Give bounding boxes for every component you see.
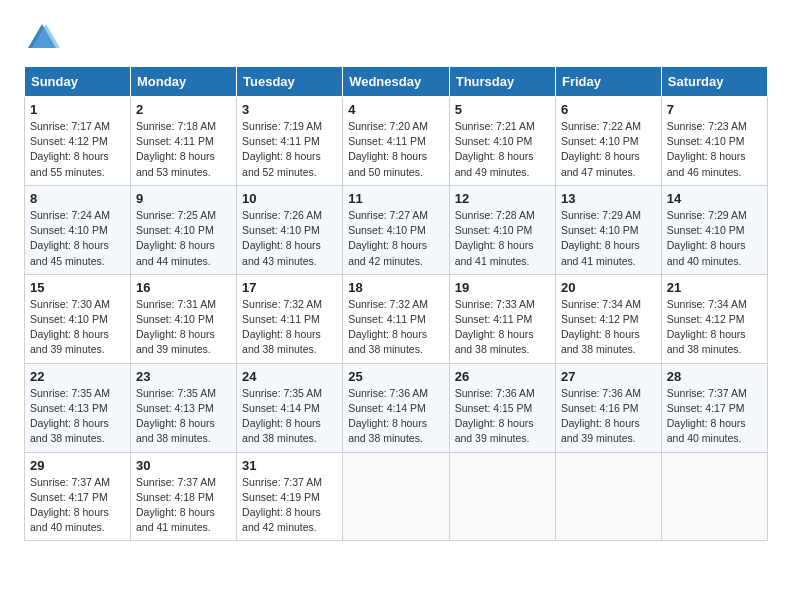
day-number: 25 [348,369,444,384]
day-cell: 21 Sunrise: 7:34 AM Sunset: 4:12 PM Dayl… [661,274,767,363]
day-cell: 24 Sunrise: 7:35 AM Sunset: 4:14 PM Dayl… [237,363,343,452]
day-info: Sunrise: 7:34 AM Sunset: 4:12 PM Dayligh… [561,297,656,358]
day-cell: 17 Sunrise: 7:32 AM Sunset: 4:11 PM Dayl… [237,274,343,363]
day-number: 18 [348,280,444,295]
day-number: 15 [30,280,125,295]
day-info: Sunrise: 7:35 AM Sunset: 4:14 PM Dayligh… [242,386,337,447]
day-info: Sunrise: 7:31 AM Sunset: 4:10 PM Dayligh… [136,297,231,358]
weekday-header-friday: Friday [555,67,661,97]
day-number: 27 [561,369,656,384]
day-info: Sunrise: 7:37 AM Sunset: 4:18 PM Dayligh… [136,475,231,536]
day-number: 29 [30,458,125,473]
day-number: 23 [136,369,231,384]
day-number: 26 [455,369,550,384]
day-cell: 12 Sunrise: 7:28 AM Sunset: 4:10 PM Dayl… [449,185,555,274]
day-cell [343,452,450,541]
calendar-table: SundayMondayTuesdayWednesdayThursdayFrid… [24,66,768,541]
day-info: Sunrise: 7:19 AM Sunset: 4:11 PM Dayligh… [242,119,337,180]
day-cell: 26 Sunrise: 7:36 AM Sunset: 4:15 PM Dayl… [449,363,555,452]
day-number: 13 [561,191,656,206]
day-number: 20 [561,280,656,295]
day-number: 4 [348,102,444,117]
day-number: 22 [30,369,125,384]
day-info: Sunrise: 7:25 AM Sunset: 4:10 PM Dayligh… [136,208,231,269]
day-number: 11 [348,191,444,206]
day-cell: 20 Sunrise: 7:34 AM Sunset: 4:12 PM Dayl… [555,274,661,363]
week-row-4: 22 Sunrise: 7:35 AM Sunset: 4:13 PM Dayl… [25,363,768,452]
week-row-3: 15 Sunrise: 7:30 AM Sunset: 4:10 PM Dayl… [25,274,768,363]
day-number: 14 [667,191,762,206]
weekday-header-wednesday: Wednesday [343,67,450,97]
day-cell: 22 Sunrise: 7:35 AM Sunset: 4:13 PM Dayl… [25,363,131,452]
day-number: 3 [242,102,337,117]
logo-icon [24,20,60,56]
day-cell: 8 Sunrise: 7:24 AM Sunset: 4:10 PM Dayli… [25,185,131,274]
day-info: Sunrise: 7:35 AM Sunset: 4:13 PM Dayligh… [136,386,231,447]
day-info: Sunrise: 7:23 AM Sunset: 4:10 PM Dayligh… [667,119,762,180]
weekday-header-row: SundayMondayTuesdayWednesdayThursdayFrid… [25,67,768,97]
day-cell: 27 Sunrise: 7:36 AM Sunset: 4:16 PM Dayl… [555,363,661,452]
weekday-header-sunday: Sunday [25,67,131,97]
day-cell: 1 Sunrise: 7:17 AM Sunset: 4:12 PM Dayli… [25,97,131,186]
day-info: Sunrise: 7:29 AM Sunset: 4:10 PM Dayligh… [561,208,656,269]
day-info: Sunrise: 7:35 AM Sunset: 4:13 PM Dayligh… [30,386,125,447]
day-cell: 23 Sunrise: 7:35 AM Sunset: 4:13 PM Dayl… [131,363,237,452]
day-cell: 9 Sunrise: 7:25 AM Sunset: 4:10 PM Dayli… [131,185,237,274]
weekday-header-saturday: Saturday [661,67,767,97]
week-row-1: 1 Sunrise: 7:17 AM Sunset: 4:12 PM Dayli… [25,97,768,186]
day-cell: 30 Sunrise: 7:37 AM Sunset: 4:18 PM Dayl… [131,452,237,541]
day-cell: 14 Sunrise: 7:29 AM Sunset: 4:10 PM Dayl… [661,185,767,274]
day-info: Sunrise: 7:37 AM Sunset: 4:19 PM Dayligh… [242,475,337,536]
day-number: 7 [667,102,762,117]
day-info: Sunrise: 7:21 AM Sunset: 4:10 PM Dayligh… [455,119,550,180]
day-info: Sunrise: 7:24 AM Sunset: 4:10 PM Dayligh… [30,208,125,269]
day-cell: 6 Sunrise: 7:22 AM Sunset: 4:10 PM Dayli… [555,97,661,186]
day-info: Sunrise: 7:28 AM Sunset: 4:10 PM Dayligh… [455,208,550,269]
day-info: Sunrise: 7:36 AM Sunset: 4:14 PM Dayligh… [348,386,444,447]
day-number: 6 [561,102,656,117]
week-row-5: 29 Sunrise: 7:37 AM Sunset: 4:17 PM Dayl… [25,452,768,541]
day-cell [555,452,661,541]
day-number: 21 [667,280,762,295]
day-cell: 13 Sunrise: 7:29 AM Sunset: 4:10 PM Dayl… [555,185,661,274]
day-info: Sunrise: 7:26 AM Sunset: 4:10 PM Dayligh… [242,208,337,269]
day-number: 9 [136,191,231,206]
day-cell: 29 Sunrise: 7:37 AM Sunset: 4:17 PM Dayl… [25,452,131,541]
day-info: Sunrise: 7:32 AM Sunset: 4:11 PM Dayligh… [348,297,444,358]
day-number: 24 [242,369,337,384]
day-cell: 11 Sunrise: 7:27 AM Sunset: 4:10 PM Dayl… [343,185,450,274]
day-cell: 5 Sunrise: 7:21 AM Sunset: 4:10 PM Dayli… [449,97,555,186]
day-info: Sunrise: 7:36 AM Sunset: 4:16 PM Dayligh… [561,386,656,447]
day-info: Sunrise: 7:37 AM Sunset: 4:17 PM Dayligh… [667,386,762,447]
day-cell: 16 Sunrise: 7:31 AM Sunset: 4:10 PM Dayl… [131,274,237,363]
day-info: Sunrise: 7:32 AM Sunset: 4:11 PM Dayligh… [242,297,337,358]
day-cell: 18 Sunrise: 7:32 AM Sunset: 4:11 PM Dayl… [343,274,450,363]
day-number: 1 [30,102,125,117]
day-cell [661,452,767,541]
day-info: Sunrise: 7:34 AM Sunset: 4:12 PM Dayligh… [667,297,762,358]
day-cell: 10 Sunrise: 7:26 AM Sunset: 4:10 PM Dayl… [237,185,343,274]
day-number: 8 [30,191,125,206]
day-cell [449,452,555,541]
day-info: Sunrise: 7:29 AM Sunset: 4:10 PM Dayligh… [667,208,762,269]
day-number: 10 [242,191,337,206]
day-cell: 31 Sunrise: 7:37 AM Sunset: 4:19 PM Dayl… [237,452,343,541]
logo [24,20,66,56]
day-number: 28 [667,369,762,384]
day-number: 16 [136,280,231,295]
day-info: Sunrise: 7:17 AM Sunset: 4:12 PM Dayligh… [30,119,125,180]
day-number: 2 [136,102,231,117]
day-number: 17 [242,280,337,295]
day-number: 19 [455,280,550,295]
day-info: Sunrise: 7:18 AM Sunset: 4:11 PM Dayligh… [136,119,231,180]
day-number: 31 [242,458,337,473]
day-info: Sunrise: 7:20 AM Sunset: 4:11 PM Dayligh… [348,119,444,180]
day-cell: 15 Sunrise: 7:30 AM Sunset: 4:10 PM Dayl… [25,274,131,363]
day-info: Sunrise: 7:36 AM Sunset: 4:15 PM Dayligh… [455,386,550,447]
day-cell: 7 Sunrise: 7:23 AM Sunset: 4:10 PM Dayli… [661,97,767,186]
day-cell: 3 Sunrise: 7:19 AM Sunset: 4:11 PM Dayli… [237,97,343,186]
day-cell: 4 Sunrise: 7:20 AM Sunset: 4:11 PM Dayli… [343,97,450,186]
day-info: Sunrise: 7:27 AM Sunset: 4:10 PM Dayligh… [348,208,444,269]
week-row-2: 8 Sunrise: 7:24 AM Sunset: 4:10 PM Dayli… [25,185,768,274]
day-cell: 25 Sunrise: 7:36 AM Sunset: 4:14 PM Dayl… [343,363,450,452]
